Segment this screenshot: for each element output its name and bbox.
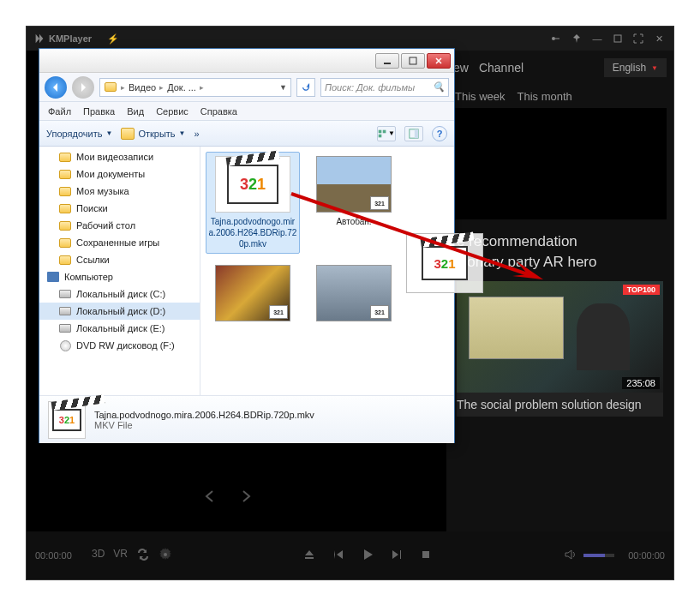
file-item[interactable]: 321: [307, 261, 401, 329]
vr-button[interactable]: VR: [113, 548, 128, 564]
km-minimize-button[interactable]: —: [589, 31, 605, 46]
toggle-icon[interactable]: [548, 31, 564, 46]
chevron-down-icon[interactable]: ▼: [279, 83, 287, 92]
mkv-badge-icon: 321: [269, 305, 288, 319]
km-right-panel: ew Channel English ▼ This week This mont…: [446, 51, 673, 531]
help-button[interactable]: ?: [432, 126, 447, 141]
repeat-icon[interactable]: [136, 548, 150, 564]
more-button[interactable]: »: [194, 129, 200, 139]
tab-this-month[interactable]: This month: [518, 90, 572, 103]
details-icon: 321: [48, 401, 86, 439]
nav-forward-button[interactable]: [72, 76, 94, 99]
recommendation-title: e recommendation itionary party AR hero: [457, 231, 663, 273]
tree-item-drive-d[interactable]: Локальный диск (D:): [39, 303, 200, 320]
km-nav-area: [27, 473, 429, 523]
search-input[interactable]: Поиск: Док. фильмы 🔍: [320, 78, 449, 97]
km-top-tabs: ew Channel English ▼: [446, 51, 673, 85]
open-button[interactable]: Открыть ▼: [121, 128, 185, 140]
thumb-screen-graphic: [469, 297, 564, 359]
km-fullscreen-button[interactable]: [631, 31, 646, 46]
svg-rect-6: [410, 57, 416, 64]
menu-file[interactable]: Файл: [48, 106, 71, 117]
svg-rect-7: [379, 129, 382, 133]
tree-item[interactable]: Рабочий стол: [39, 217, 200, 234]
file-item[interactable]: 321: [206, 261, 300, 329]
chevron-right-icon: ▸: [159, 83, 164, 92]
svg-rect-1: [555, 38, 559, 39]
prev-track-icon[interactable]: [332, 548, 345, 564]
tree-item[interactable]: Сохраненные игры: [39, 234, 200, 251]
svg-point-0: [552, 37, 555, 40]
tree-item[interactable]: Мои документы: [39, 165, 200, 183]
video-card[interactable]: TOP100 235:08 The social problem solutio…: [457, 281, 663, 417]
preview-pane-button[interactable]: [404, 126, 423, 141]
file-item-selected[interactable]: 321 Tajna.podvodnogo.mira.2006.H264.BDRi…: [206, 152, 300, 254]
search-placeholder: Поиск: Док. фильмы: [325, 82, 415, 93]
km-titlebar: KMPlayer ⚡ — ✕: [27, 27, 673, 51]
menu-service[interactable]: Сервис: [156, 106, 188, 117]
video-thumbnail: TOP100 235:08: [457, 281, 663, 393]
volume-icon[interactable]: [563, 548, 577, 564]
language-selector[interactable]: English ▼: [604, 58, 667, 77]
video-preview-1[interactable]: [453, 108, 667, 219]
chevron-right-icon: ▸: [121, 83, 125, 92]
tab-this-week[interactable]: This week: [455, 90, 506, 103]
tree-item-dvd[interactable]: DVD RW дисковод (F:): [39, 337, 200, 354]
volume-slider[interactable]: [583, 554, 614, 557]
svg-rect-8: [383, 129, 386, 133]
view-mode-button[interactable]: ▼: [377, 126, 396, 141]
details-filetype: MKV File: [94, 420, 314, 430]
explorer-nav-bar: ▸ Видео ▸ Док. ... ▸ ▼ Поиск: Док. фильм…: [39, 73, 454, 102]
tree-item[interactable]: Моя музыка: [39, 183, 200, 200]
tree-item-drive-c[interactable]: Локальный диск (C:): [39, 285, 200, 303]
search-icon: 🔍: [433, 81, 445, 93]
video-thumb: 321: [316, 265, 392, 321]
tree-item-drive-e[interactable]: Локальный диск (E:): [39, 320, 200, 337]
tree-item[interactable]: Мои видеозаписи: [39, 148, 200, 165]
explorer-toolbar: Упорядочить ▼ Открыть ▼ » ▼ ?: [39, 121, 454, 147]
refresh-button[interactable]: [296, 78, 315, 97]
tree-item[interactable]: Ссылки: [39, 251, 200, 268]
tab-view[interactable]: ew: [453, 61, 469, 75]
time-elapsed: 00:00:00: [35, 550, 87, 561]
file-item[interactable]: 321 Автобан.: [307, 152, 401, 254]
next-track-icon[interactable]: [390, 548, 404, 564]
breadcrumb-seg-1[interactable]: Видео: [129, 82, 156, 93]
tree-item[interactable]: Поиски: [39, 200, 200, 217]
mkv-icon: 321: [215, 156, 290, 213]
menu-view[interactable]: Вид: [127, 106, 144, 117]
svg-rect-11: [415, 129, 418, 137]
top-badge: TOP100: [623, 285, 660, 295]
prev-button[interactable]: [202, 489, 218, 507]
exp-minimize-button[interactable]: [375, 53, 399, 69]
play-icon[interactable]: [361, 548, 374, 564]
nav-back-button[interactable]: [45, 76, 67, 99]
km-bottom-bar: 00:00:00 3D VR 00:00:00: [27, 531, 673, 579]
open-folder-icon: [121, 128, 135, 140]
menu-help[interactable]: Справка: [200, 106, 237, 117]
next-button[interactable]: [238, 489, 254, 507]
details-filename: Tajna.podvodnogo.mira.2006.H264.BDRip.72…: [94, 410, 314, 420]
explorer-window: ▸ Видео ▸ Док. ... ▸ ▼ Поиск: Док. фильм…: [39, 48, 455, 443]
file-list: 321 Tajna.podvodnogo.mira.2006.H264.BDRi…: [200, 147, 454, 395]
exp-maximize-button[interactable]: [401, 53, 425, 69]
3d-button[interactable]: 3D: [92, 548, 105, 564]
video-thumb: 321: [215, 265, 290, 321]
menu-edit[interactable]: Правка: [83, 106, 115, 117]
organize-button[interactable]: Упорядочить ▼: [46, 129, 112, 139]
breadcrumb[interactable]: ▸ Видео ▸ Док. ... ▸ ▼: [99, 78, 291, 97]
video-thumb: 321: [316, 156, 392, 213]
file-name: Автобан.: [309, 216, 398, 227]
tree-item-computer[interactable]: Компьютер: [39, 268, 200, 285]
lightning-icon[interactable]: ⚡: [107, 33, 119, 45]
km-close-button[interactable]: ✕: [651, 31, 667, 46]
stop-icon[interactable]: [419, 548, 433, 564]
km-restore-button[interactable]: [610, 31, 625, 46]
exp-close-button[interactable]: [427, 53, 451, 69]
breadcrumb-seg-2[interactable]: Док. ...: [167, 82, 196, 93]
eject-icon[interactable]: [302, 548, 316, 564]
explorer-body: Мои видеозаписи Мои документы Моя музыка…: [39, 147, 454, 395]
pin-icon[interactable]: [569, 31, 584, 46]
settings-icon[interactable]: [159, 548, 172, 564]
tab-channel[interactable]: Channel: [479, 61, 524, 75]
